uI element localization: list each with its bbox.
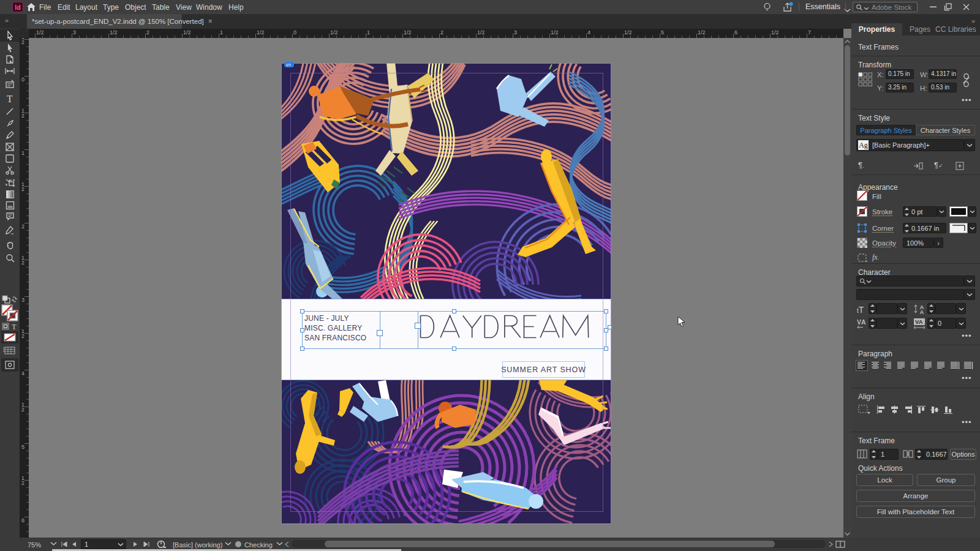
svg-text:V: V bbox=[857, 318, 861, 326]
svg-text:A: A bbox=[920, 309, 924, 315]
svg-text:T: T bbox=[12, 323, 17, 331]
svg-text:VA: VA bbox=[915, 318, 923, 325]
svg-text:T: T bbox=[7, 94, 13, 103]
svg-text:A: A bbox=[861, 318, 866, 326]
